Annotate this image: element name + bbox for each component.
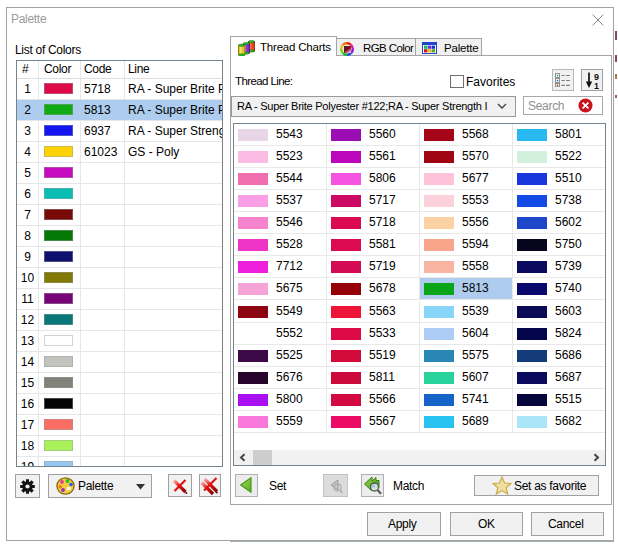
svg-text:1: 1	[594, 81, 599, 90]
